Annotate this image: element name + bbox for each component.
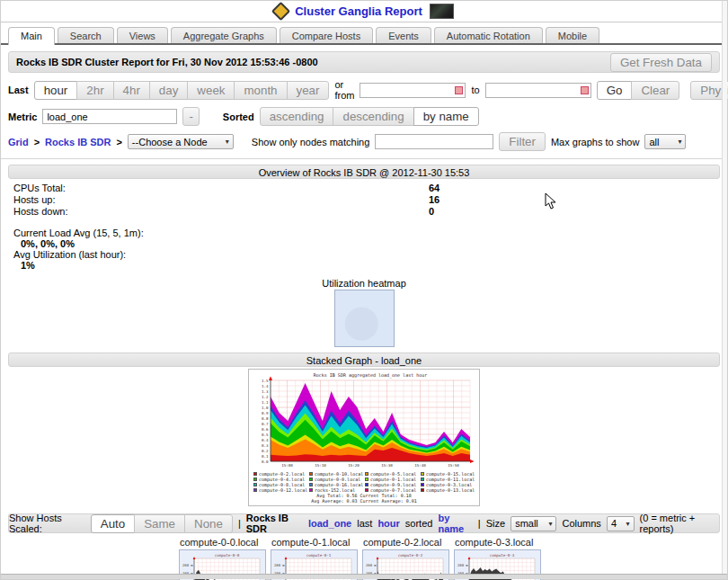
cluster-breadcrumb-link[interactable]: Rocks IB SDR <box>45 137 111 147</box>
stat-label: CPUs Total: <box>13 183 66 193</box>
heatmap-block: Utilization heatmap <box>1 278 727 347</box>
svg-text:0.3: 0.3 <box>262 443 269 448</box>
svg-text:15:00: 15:00 <box>281 463 293 468</box>
utilization-heatmap[interactable] <box>334 290 395 347</box>
legend-swatch <box>365 483 368 486</box>
grid-breadcrumb-link[interactable]: Grid <box>8 137 29 147</box>
svg-text:15:10: 15:10 <box>315 463 326 468</box>
utilization-label: Avg Utilization (last hour): <box>13 249 720 260</box>
range-2hr-button[interactable]: 2hr <box>76 81 113 100</box>
legend-swatch <box>421 472 424 476</box>
tab-mobile[interactable]: Mobile <box>546 27 599 43</box>
calendar-icon[interactable] <box>455 86 463 94</box>
tab-views[interactable]: Views <box>117 27 168 43</box>
chevron-down-icon: ▾ <box>548 520 552 528</box>
tab-main[interactable]: Main <box>8 27 55 45</box>
svg-text:0.0: 0.0 <box>262 460 269 464</box>
columns-select[interactable]: 4▾ <box>607 516 635 531</box>
app-header: Cluster Ganglia Report <box>1 1 727 22</box>
svg-text:1.4: 1.4 <box>262 384 269 388</box>
tab-search[interactable]: Search <box>58 27 114 43</box>
range-week-button[interactable]: week <box>187 81 235 100</box>
filter-button[interactable]: Filter <box>499 132 546 151</box>
sort-link[interactable]: by name <box>438 513 472 534</box>
host-name-link[interactable]: compute-0-3.local <box>455 537 541 548</box>
match-label: Show only nodes matching <box>252 137 369 147</box>
horizontal-scrollbar[interactable] <box>1 574 727 579</box>
scale-auto-button[interactable]: Auto <box>91 514 135 533</box>
max-graphs-label: Max graphs to show <box>551 137 639 147</box>
host-name-link[interactable]: compute-0-1.local <box>271 537 358 548</box>
legend-swatch <box>365 488 368 492</box>
tab-aggregate-graphs[interactable]: Aggregate Graphs <box>171 27 277 43</box>
go-button[interactable]: Go <box>597 81 633 100</box>
tab-automatic-rotation[interactable]: Automatic Rotation <box>434 27 543 43</box>
svg-text:0.2: 0.2 <box>262 449 269 453</box>
size-select[interactable]: small▾ <box>510 516 556 531</box>
to-date-input[interactable] <box>485 83 591 98</box>
ganglia-logo-icon[interactable] <box>430 4 454 19</box>
metric-input[interactable] <box>42 109 177 124</box>
stacked-graph-header: Stacked Graph - load_one <box>8 352 720 367</box>
report-title: Rocks IB SDR Cluster Report for Fri, 30 … <box>16 57 318 67</box>
svg-text:200 m: 200 m <box>366 563 377 567</box>
svg-text:1.3: 1.3 <box>262 389 269 394</box>
sort-by-name-button[interactable]: by name <box>413 107 479 126</box>
host-name-link[interactable]: compute-0-0.local <box>180 537 266 548</box>
utilization-value: 1% <box>21 260 720 271</box>
range-year-button[interactable]: year <box>287 81 330 100</box>
vertical-scrollbar[interactable] <box>722 1 727 579</box>
from-date-wrap <box>360 83 466 98</box>
legend-label: compute-0-12.local <box>259 487 307 493</box>
svg-text:200 m: 200 m <box>274 563 285 567</box>
match-input[interactable] <box>375 134 493 149</box>
overview-header: Overview of Rocks IB SDR @ 2012-11-30 15… <box>8 165 720 179</box>
stacked-graph-image[interactable]: 0.00.10.20.30.40.50.60.70.80.91.01.11.21… <box>248 369 480 506</box>
time-range-row: Last hour2hr4hrdayweekmonthyear or from … <box>8 79 720 101</box>
from-date-input[interactable] <box>360 83 466 98</box>
svg-text:200 m: 200 m <box>457 563 468 567</box>
load-avg-label: Current Load Avg (15, 5, 1m): <box>13 228 720 238</box>
svg-text:Rocks IB SDR aggregated load_o: Rocks IB SDR aggregated load_one last ho… <box>314 372 427 379</box>
node-select[interactable]: --Choose a Node▾ <box>128 134 234 149</box>
range-hour-button[interactable]: hour <box>34 81 78 100</box>
legend-swatch <box>365 472 368 476</box>
get-fresh-data-button[interactable]: Get Fresh Data <box>610 53 712 72</box>
scale-none-button[interactable]: None <box>184 514 233 533</box>
sorted-text: sorted <box>405 518 433 529</box>
metric-link[interactable]: load_one <box>308 518 351 529</box>
divider <box>1 158 727 159</box>
metric-dropdown-button[interactable]: - <box>182 107 199 126</box>
range-4hr-button[interactable]: 4hr <box>113 81 150 100</box>
range-month-button[interactable]: month <box>234 81 287 100</box>
sort-ascending-button[interactable]: ascending <box>260 107 334 126</box>
svg-text:1.0: 1.0 <box>262 406 269 410</box>
tab-events[interactable]: Events <box>376 27 431 43</box>
range-link[interactable]: hour <box>377 518 399 529</box>
last-text: last <box>357 518 372 529</box>
calendar-icon[interactable] <box>581 86 589 94</box>
app-title: Cluster Ganglia Report <box>295 4 422 18</box>
to-label: to <box>471 85 479 95</box>
max-graphs-select[interactable]: all▾ <box>644 134 686 149</box>
chevron-down-icon: ▾ <box>678 138 681 146</box>
svg-text:15:40: 15:40 <box>414 463 426 468</box>
separator: | <box>238 518 241 529</box>
legend-swatch <box>421 488 424 492</box>
last-label: Last <box>8 85 29 95</box>
range-day-button[interactable]: day <box>149 81 189 100</box>
svg-text:0.4: 0.4 <box>262 438 269 442</box>
svg-text:compute-0-1: compute-0-1 <box>306 553 332 558</box>
columns-hint: (0 = metric + reports) <box>640 513 719 534</box>
clear-button[interactable]: Clear <box>631 81 679 100</box>
sort-descending-button[interactable]: descending <box>333 107 413 126</box>
tab-compare-hosts[interactable]: Compare Hosts <box>280 27 373 43</box>
scale-same-button[interactable]: Same <box>134 514 185 533</box>
tab-bar: MainSearchViewsAggregate GraphsCompare H… <box>1 24 727 45</box>
stat-hosts-down-: Hosts down:0 <box>8 206 720 217</box>
host-name-link[interactable]: compute-0-2.local <box>363 537 449 548</box>
columns-label: Columns <box>562 518 600 529</box>
stat-cpus-total-: CPUs Total:64 <box>8 183 720 193</box>
svg-text:0.9: 0.9 <box>262 411 269 415</box>
heatmap-label: Utilization heatmap <box>1 278 727 289</box>
